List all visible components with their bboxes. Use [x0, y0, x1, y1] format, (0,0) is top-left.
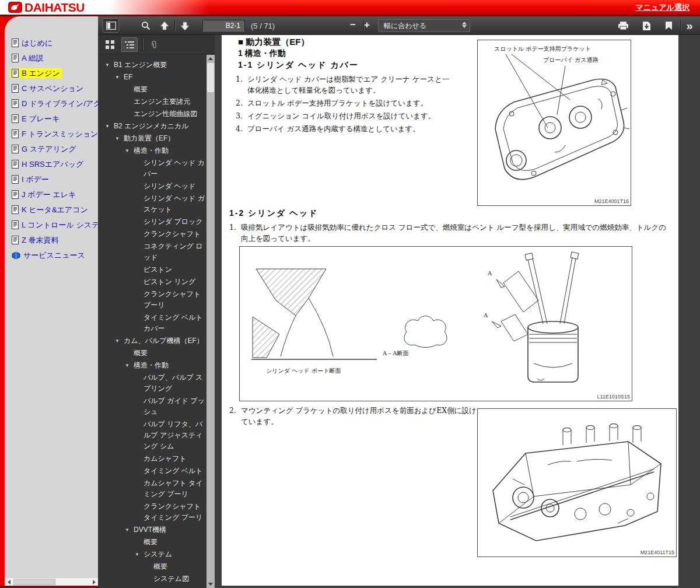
sidebar-item[interactable]: H SRSエアバッグ: [5, 158, 98, 173]
scroll-up-arrow[interactable]: [206, 55, 215, 62]
expand-triangle-icon[interactable]: [105, 121, 114, 132]
search-button[interactable]: [138, 19, 154, 33]
sidebar-item[interactable]: E ブレーキ: [5, 112, 98, 127]
figure2-id: L11E1010S15: [597, 394, 630, 400]
tree-item[interactable]: クランクシャフト タイミング プーリ: [135, 501, 206, 523]
zoom-out-button[interactable]: −: [345, 19, 360, 32]
paragraph-text: 吸排気レイアウトは吸排気効率に優れたクロス フロー式で、燃焼室はペント ルーフ型…: [241, 222, 670, 244]
expand-triangle-icon[interactable]: [115, 72, 124, 83]
tree-item[interactable]: カムシャフト タイミング プーリ: [135, 478, 206, 500]
tree-item[interactable]: クランクシャフト: [135, 229, 206, 240]
tree-item[interactable]: システム図: [145, 573, 206, 584]
expand-triangle-icon[interactable]: [125, 145, 134, 156]
sidebar-item[interactable]: G ステアリング: [5, 142, 98, 158]
tree-indent: [135, 419, 144, 452]
scroll-left-arrow[interactable]: [5, 578, 13, 586]
expand-triangle-icon[interactable]: [125, 524, 134, 536]
expand-triangle-icon[interactable]: [115, 335, 124, 346]
sidebar-item[interactable]: Z 巻末資料: [5, 233, 98, 249]
print-button[interactable]: [615, 19, 631, 33]
sidebar-item[interactable]: I ボデー: [5, 173, 98, 188]
zoom-mode-select[interactable]: 幅に合わせる: [378, 19, 470, 32]
tree-item[interactable]: B2 エンジンメカニカル: [105, 121, 206, 132]
tree-item[interactable]: EF: [115, 72, 206, 83]
sidebar-item[interactable]: B エンジン: [5, 66, 98, 82]
scroll-down-arrow[interactable]: [206, 580, 215, 588]
list-item: 2.スロットル ボデー支持用ブラケットを設けています。: [236, 97, 453, 108]
expand-triangle-icon[interactable]: [115, 133, 124, 144]
manual-section-sidebar: はじめにA 総説B エンジンC サスペンションD ドライブライン/アクE ブレー…: [5, 16, 98, 578]
sidebar-item[interactable]: C サスペンション: [5, 82, 98, 97]
tree-item[interactable]: バルブ ガイド ブッシュ: [135, 396, 206, 418]
sidebar-item[interactable]: L コントロール システ: [5, 218, 98, 233]
tree-item[interactable]: タイミング ベルト: [135, 466, 206, 477]
tree-item[interactable]: 構造・作動: [125, 360, 206, 371]
document-icon: [12, 236, 19, 244]
toggle-sidebar-button[interactable]: [103, 19, 119, 33]
tree-item[interactable]: DVVT機構: [125, 524, 206, 536]
tree-item[interactable]: バルブ リフタ、バルブ アジャスティング シム: [135, 419, 206, 452]
tree-item-label: 概要: [153, 561, 167, 572]
tree-item[interactable]: シリンダ ヘッド: [135, 181, 206, 192]
tree-item[interactable]: 概要: [125, 348, 206, 359]
outline-view-button[interactable]: [121, 37, 138, 52]
download-button[interactable]: [638, 19, 654, 33]
sidebar-horizontal-scrollbar[interactable]: [5, 578, 98, 586]
sidebar-item[interactable]: F トランスミッション: [5, 127, 98, 142]
more-tools-button[interactable]: [681, 19, 698, 33]
sidebar-item[interactable]: J ボデー エレキ: [5, 188, 98, 203]
tree-item[interactable]: ピストン リング: [135, 276, 206, 288]
sidebar-item[interactable]: A 総説: [5, 51, 98, 66]
sidebar-item[interactable]: はじめに: [5, 36, 98, 51]
tree-item-label: タイミング ベルト: [144, 466, 203, 477]
scrollbar-thumb[interactable]: [13, 579, 55, 585]
next-page-button[interactable]: [177, 19, 193, 33]
tree-indent: [135, 193, 144, 215]
tree-item[interactable]: 概要: [125, 84, 206, 95]
tree-item[interactable]: シリンダ ヘッド ガスケット: [135, 193, 206, 215]
tree-indent: [145, 573, 153, 584]
thumbnails-view-button[interactable]: [102, 37, 118, 52]
previous-page-button[interactable]: [156, 19, 173, 33]
sidebar-item[interactable]: K ヒータ&エアコン: [5, 203, 98, 218]
tree-item[interactable]: シリンダ ブロック: [135, 216, 206, 228]
expand-triangle-icon[interactable]: [105, 60, 114, 71]
tree-item[interactable]: エンジン性能曲線図: [125, 108, 206, 120]
tree-item-label: 動力装置（EF）: [124, 133, 174, 144]
tree-item[interactable]: 動力装置（EF）: [115, 133, 206, 144]
tree-item[interactable]: B1 エンジン概要: [105, 60, 206, 71]
tree-indent: [125, 348, 134, 359]
tree-item[interactable]: 概要: [135, 537, 206, 548]
tree-item[interactable]: システム: [135, 549, 206, 560]
tree-item[interactable]: カムシャフト: [135, 453, 206, 464]
tree-item-label: タイミング ベルト カバー: [144, 312, 206, 334]
manual-select-link[interactable]: マニュアル選択: [635, 2, 690, 13]
expand-triangle-icon[interactable]: [135, 549, 144, 560]
tree-item[interactable]: 概要: [145, 561, 206, 572]
page-number-input[interactable]: [202, 20, 245, 32]
sidebar-item[interactable]: D ドライブライン/アク: [5, 97, 98, 112]
tree-item[interactable]: タイミング ベルト カバー: [135, 312, 206, 334]
sidebar-item[interactable]: サービスニュース: [5, 249, 98, 264]
zoom-in-button[interactable]: +: [359, 19, 374, 32]
tree-item[interactable]: バルブ、バルブ スプリング: [135, 372, 206, 394]
tree-indent: [135, 276, 144, 288]
tree-item[interactable]: クランクシャフト プーリ: [135, 289, 206, 311]
list-marker: 2.: [236, 97, 247, 108]
tree-item-label: カムシャフト タイミング プーリ: [144, 478, 206, 500]
scroll-right-arrow[interactable]: [90, 578, 98, 586]
tree-item[interactable]: 構造・作動: [125, 145, 206, 156]
tree-item[interactable]: エンジン主要諸元: [125, 96, 206, 107]
numbered-list: 1.シリンダ ヘッド カバーは樹脂製でエア クリーナ ケースと一体化構造として軽…: [236, 74, 453, 136]
page-count-label: (5 / 71): [251, 22, 275, 30]
bookmark-button[interactable]: [660, 19, 677, 33]
tree-item[interactable]: シリンダ ヘッド カバー: [135, 158, 206, 180]
tree-item[interactable]: カム、バルブ機構（EF）: [115, 335, 206, 346]
document-icon: [12, 69, 19, 78]
attachments-button[interactable]: [146, 37, 162, 52]
tree-item[interactable]: コネクティング ロッド: [135, 241, 206, 263]
expand-triangle-icon[interactable]: [125, 360, 134, 371]
tree-item[interactable]: ピストン: [135, 264, 206, 275]
scrollbar-thumb[interactable]: [207, 63, 214, 92]
outline-scrollbar[interactable]: [206, 55, 215, 588]
